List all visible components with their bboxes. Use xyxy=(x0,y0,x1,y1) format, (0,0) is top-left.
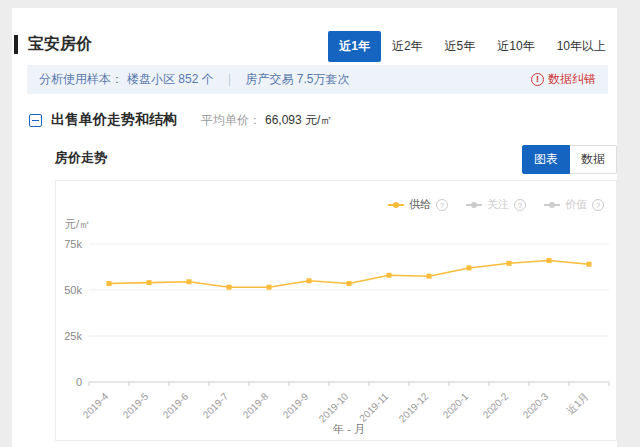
data-view-button[interactable]: 数据 xyxy=(570,145,617,174)
page-title: 宝安房价 xyxy=(28,34,92,55)
data-point xyxy=(347,281,352,286)
sample-label: 分析使用样本： xyxy=(39,71,123,88)
help-icon[interactable]: ? xyxy=(514,199,526,211)
info-divider: ｜ xyxy=(224,71,236,88)
content-card: 宝安房价 近1年 近2年 近5年 近10年 10年以上 分析使用样本： 楼盘小区… xyxy=(12,8,617,447)
chart-legend: 供给 ? 关注 ? 价值 ? xyxy=(388,197,604,212)
x-tick-label: 2019-12 xyxy=(397,390,431,424)
sample-value: 楼盘小区 852 个 xyxy=(127,71,214,88)
data-point xyxy=(587,262,592,267)
data-correction-link[interactable]: ! 数据纠错 xyxy=(531,71,596,88)
data-point xyxy=(147,280,152,285)
legend-marker-icon xyxy=(466,204,482,206)
tab-recent-1-year[interactable]: 近1年 xyxy=(328,31,381,62)
x-tick-label: 2020-1 xyxy=(441,390,471,420)
error-icon: ! xyxy=(531,73,544,86)
x-axis-title: 年 - 月 xyxy=(332,423,365,435)
x-tick-label: 2019-7 xyxy=(201,390,231,420)
tab-over-10-year[interactable]: 10年以上 xyxy=(546,31,617,62)
x-tick-label: 2019-9 xyxy=(281,390,311,420)
help-icon[interactable]: ? xyxy=(592,199,604,211)
x-tick-label: 2019-8 xyxy=(241,390,271,420)
legend-marker-icon xyxy=(388,204,404,206)
avg-price-label: 平均单价： xyxy=(201,112,261,129)
x-tick-label: 2020-2 xyxy=(481,390,511,420)
x-tick-label: 近1月 xyxy=(565,391,591,417)
data-point xyxy=(467,265,472,270)
x-tick-label: 2019-4 xyxy=(81,390,111,420)
legend-label: 关注 xyxy=(487,197,509,212)
data-point xyxy=(387,273,392,278)
x-tick-label: 2019-5 xyxy=(121,390,151,420)
chart-container: 75k50k25k02019-42019-52019-62019-72019-8… xyxy=(55,180,617,441)
section-header: 出售单价走势和结构 平均单价： 66,093 元/㎡ xyxy=(29,111,332,129)
legend-label: 供给 xyxy=(409,197,431,212)
y-tick-label: 25k xyxy=(64,330,82,342)
data-point xyxy=(427,274,432,279)
section-title: 出售单价走势和结构 xyxy=(51,111,177,129)
x-tick-label: 2019-11 xyxy=(357,390,391,424)
data-point xyxy=(307,278,312,283)
data-point xyxy=(227,285,232,290)
info-bar: 分析使用样本： 楼盘小区 852 个 ｜ 房产交易 7.5万套次 ! 数据纠错 xyxy=(27,65,608,94)
price-trend-chart: 75k50k25k02019-42019-52019-62019-72019-8… xyxy=(56,181,616,439)
legend-marker-icon xyxy=(544,204,560,206)
data-point xyxy=(507,261,512,266)
chart-view-button[interactable]: 图表 xyxy=(522,145,570,174)
y-tick-label: 0 xyxy=(76,376,82,388)
title-accent-bar xyxy=(14,35,18,54)
chart-section-title: 房价走势 xyxy=(55,149,107,167)
data-point xyxy=(107,281,112,286)
y-axis-unit-label: 元/㎡ xyxy=(65,218,90,230)
x-tick-label: 2020-3 xyxy=(521,390,551,420)
data-point xyxy=(547,258,552,263)
time-range-tabs: 近1年 近2年 近5年 近10年 10年以上 xyxy=(328,31,617,62)
legend-item-供给[interactable]: 供给 ? xyxy=(388,197,448,212)
data-point xyxy=(267,285,272,290)
tab-recent-5-year[interactable]: 近5年 xyxy=(434,31,487,62)
data-correction-label: 数据纠错 xyxy=(548,71,596,88)
tab-recent-10-year[interactable]: 近10年 xyxy=(486,31,545,62)
avg-price-value: 66,093 元/㎡ xyxy=(265,112,332,129)
tab-recent-2-year[interactable]: 近2年 xyxy=(381,31,434,62)
legend-item-价值[interactable]: 价值 ? xyxy=(544,197,604,212)
legend-item-关注[interactable]: 关注 ? xyxy=(466,197,526,212)
x-tick-label: 2019-6 xyxy=(161,390,191,420)
x-tick-label: 2019-10 xyxy=(317,390,351,424)
y-tick-label: 50k xyxy=(64,284,82,296)
collapse-icon[interactable] xyxy=(29,114,42,127)
data-point xyxy=(187,279,192,284)
legend-label: 价值 xyxy=(565,197,587,212)
transaction-info: 房产交易 7.5万套次 xyxy=(245,71,349,88)
help-icon[interactable]: ? xyxy=(436,199,448,211)
y-tick-label: 75k xyxy=(64,238,82,250)
sample-info: 分析使用样本： 楼盘小区 852 个 ｜ 房产交易 7.5万套次 xyxy=(39,71,349,88)
view-toggle: 图表 数据 xyxy=(522,145,617,174)
